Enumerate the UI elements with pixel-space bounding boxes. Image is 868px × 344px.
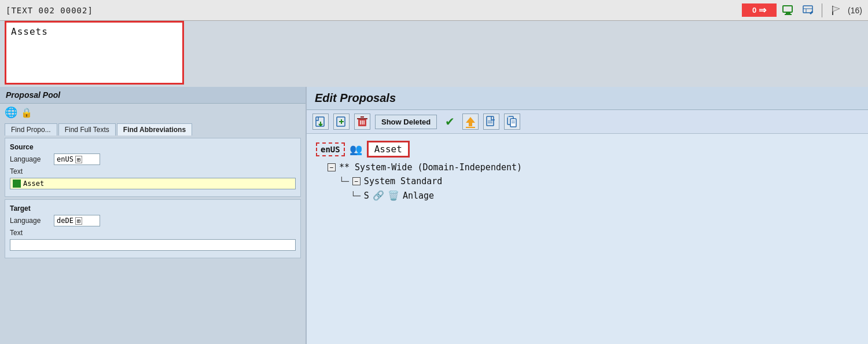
target-text-label: Text (10, 229, 50, 237)
flag-svg (830, 4, 843, 17)
tree-s-label: S (364, 191, 369, 201)
display-svg (782, 4, 795, 17)
source-text-row: Text (10, 167, 296, 175)
edit-icon[interactable] (801, 3, 815, 17)
globe-icon[interactable]: 🌐 (5, 106, 17, 119)
source-language-input[interactable]: enUS ⊞ (54, 153, 100, 165)
target-section: Target Language deDE ⊞ Text (5, 199, 301, 258)
target-language-row: Language deDE ⊞ (10, 215, 296, 226)
target-text-row: Text (10, 229, 296, 237)
add-icon[interactable] (333, 114, 350, 130)
source-text-value: Asset (23, 180, 44, 188)
source-section: Source Language enUS ⊞ Text Asset (5, 138, 301, 197)
upload-svg (464, 115, 477, 129)
tree-text-3: Anlage (403, 191, 434, 201)
divider (822, 3, 822, 17)
tab-find-proposals[interactable]: Find Propo... (5, 123, 57, 136)
target-lang-icon: ⊞ (75, 217, 82, 225)
asset-box-tree: Asset (367, 141, 410, 158)
tree-row-3: └─ S 🔗 🗑️ Anlage (351, 190, 859, 201)
proposal-pool-header: Proposal Pool (0, 87, 306, 104)
svg-rect-2 (785, 14, 792, 15)
tree-connector-2: └─ (339, 177, 349, 186)
target-text-input[interactable] (10, 239, 296, 251)
target-text-input-row (10, 239, 296, 251)
source-lang-icon: ⊞ (75, 156, 82, 163)
tree-connector-3: └─ (351, 191, 361, 200)
source-language-row: Language enUS ⊞ (10, 153, 296, 165)
target-language-value: deDE (57, 217, 73, 225)
tree-top-row: enUS 👥 Asset (316, 141, 859, 158)
green-indicator (13, 180, 21, 188)
source-text-label: Text (10, 167, 50, 175)
target-language-label: Language (10, 217, 50, 225)
doc2-svg (506, 115, 518, 128)
import-icon[interactable] (312, 114, 329, 130)
edit-proposals-header: Edit Proposals (307, 87, 868, 110)
minus-icon-2[interactable]: − (352, 177, 361, 185)
tree-row-1: − ** System-Wide (Domain-Independent) (328, 162, 859, 173)
import-svg (315, 116, 326, 127)
svg-rect-3 (803, 6, 812, 13)
paren-count: (16) (848, 6, 862, 15)
lock-icon[interactable]: 🔒 (21, 107, 32, 118)
tab-find-full-texts[interactable]: Find Full Texts (58, 123, 116, 136)
left-panel: Proposal Pool 🌐 🔒 Find Propo... Find Ful… (0, 87, 307, 344)
svg-marker-8 (833, 6, 840, 12)
tree-row-2: └─ − System Standard (339, 176, 859, 186)
source-label: Source (10, 143, 296, 151)
trash-icon[interactable]: 🗑️ (388, 190, 399, 201)
svg-marker-20 (466, 117, 475, 126)
checkmark-icon[interactable]: ✔ (442, 114, 458, 130)
upload-icon[interactable] (462, 114, 479, 130)
toolbar-icons (781, 3, 843, 17)
main-area: Proposal Pool 🌐 🔒 Find Propo... Find Ful… (0, 87, 868, 344)
tab-find-abbreviations[interactable]: Find Abbreviations (117, 123, 192, 136)
counter-value: 0 (752, 6, 756, 14)
tree-text-1: ** System-Wide (Domain-Independent) (339, 162, 522, 173)
assets-text: Assets (11, 26, 48, 37)
target-language-input[interactable]: deDE ⊞ (54, 215, 100, 226)
delete-svg (356, 116, 368, 127)
source-text-input[interactable]: Asset (10, 178, 296, 189)
tabs-row: Find Propo... Find Full Texts Find Abbre… (0, 121, 306, 136)
source-text-input-row: Asset (10, 178, 296, 189)
add-svg (336, 116, 347, 127)
show-deleted-button[interactable]: Show Deleted (375, 115, 437, 129)
edit-svg (801, 4, 814, 17)
flag-icon[interactable] (829, 3, 843, 17)
link-icon: 🔗 (373, 190, 384, 201)
edit-proposals-toolbar: Show Deleted ✔ (307, 110, 868, 134)
person-link-icon: 👥 (350, 143, 362, 155)
delete-icon[interactable] (354, 114, 370, 130)
source-language-value: enUS (57, 155, 73, 163)
tree-area: enUS 👥 Asset − ** System-Wide (Domain-In… (307, 134, 868, 211)
lang-box: enUS (316, 142, 345, 156)
arrow-icon: ⇒ (759, 5, 766, 16)
doc1-svg (485, 115, 498, 128)
counter-box: 0 ⇒ (742, 3, 777, 17)
pool-icons-row: 🌐 🔒 (0, 104, 306, 121)
assets-box: Assets (5, 21, 184, 85)
minus-icon-1[interactable]: − (328, 163, 336, 171)
document-icon-2[interactable] (504, 114, 520, 130)
document-icon-1[interactable] (483, 114, 499, 130)
right-panel: Edit Proposals (307, 87, 868, 344)
display-icon[interactable] (781, 3, 795, 17)
tree-text-2: System Standard (364, 176, 442, 186)
top-bar: [TEXT 002 00002] 0 ⇒ (0, 0, 868, 21)
svg-rect-0 (783, 6, 792, 12)
top-bar-title: [TEXT 002 00002] (6, 6, 93, 15)
svg-rect-29 (507, 116, 509, 118)
target-label: Target (10, 204, 296, 213)
source-language-label: Language (10, 155, 50, 163)
